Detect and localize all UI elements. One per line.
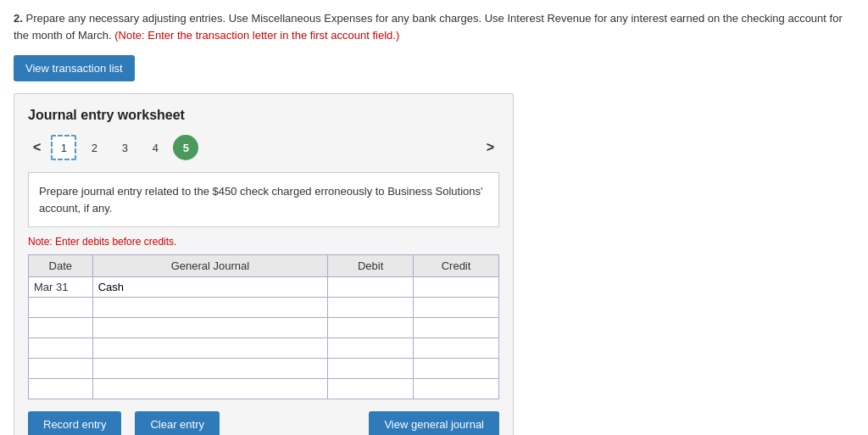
table-row	[29, 298, 499, 318]
table-row	[29, 379, 499, 399]
description-text: Prepare journal entry related to the $45…	[39, 185, 483, 215]
date-cell-6[interactable]	[29, 379, 93, 399]
credit-input-3[interactable]	[419, 321, 493, 334]
header-general-journal: General Journal	[92, 255, 328, 277]
debit-input-1[interactable]	[333, 281, 408, 293]
table-row: Mar 31	[29, 277, 499, 298]
credit-cell-6[interactable]	[414, 379, 499, 399]
header-credit: Credit	[414, 255, 499, 277]
date-input-4[interactable]	[34, 342, 87, 354]
journal-input-1[interactable]	[98, 281, 323, 293]
credit-input-2[interactable]	[419, 301, 493, 314]
debit-input-4[interactable]	[333, 342, 408, 354]
date-cell-2[interactable]	[29, 298, 93, 318]
date-cell-4[interactable]	[29, 338, 93, 359]
debit-cell-1[interactable]	[328, 277, 414, 298]
debit-cell-5[interactable]	[328, 359, 414, 379]
view-transaction-button[interactable]: View transaction list	[14, 55, 135, 81]
credit-cell-4[interactable]	[414, 338, 499, 359]
journal-table: Date General Journal Debit Credit Mar 31	[28, 254, 499, 399]
worksheet-title: Journal entry worksheet	[28, 108, 499, 123]
debit-cell-4[interactable]	[328, 338, 414, 359]
credit-cell-2[interactable]	[414, 298, 499, 318]
credit-cell-3[interactable]	[414, 318, 499, 338]
debit-input-6[interactable]	[333, 382, 408, 395]
credit-input-1[interactable]	[419, 281, 493, 293]
next-page-button[interactable]: >	[481, 138, 499, 157]
pagination: < 1 2 3 4 5 >	[28, 135, 499, 160]
credit-cell-1[interactable]	[414, 277, 499, 298]
clear-entry-button[interactable]: Clear entry	[135, 411, 220, 435]
prev-page-button[interactable]: <	[28, 138, 46, 157]
date-input-6[interactable]	[34, 382, 87, 395]
record-entry-button[interactable]: Record entry	[28, 411, 121, 435]
journal-input-5[interactable]	[98, 362, 323, 375]
debit-cell-2[interactable]	[328, 298, 414, 318]
description-box: Prepare journal entry related to the $45…	[28, 172, 499, 227]
journal-cell-6[interactable]	[92, 379, 328, 399]
date-input-3[interactable]	[34, 321, 87, 334]
button-row: Record entry Clear entry View general jo…	[28, 411, 499, 435]
table-row	[29, 359, 499, 379]
journal-input-4[interactable]	[98, 342, 323, 354]
instruction-red: (Note: Enter the transaction letter in t…	[114, 29, 399, 42]
instruction-text: 2. Prepare any necessary adjusting entri…	[14, 10, 854, 43]
debit-input-2[interactable]	[333, 301, 408, 314]
view-general-journal-button[interactable]: View general journal	[369, 411, 499, 435]
credit-cell-5[interactable]	[414, 359, 499, 379]
journal-cell-3[interactable]	[92, 318, 328, 338]
header-debit: Debit	[328, 255, 414, 277]
journal-input-3[interactable]	[98, 321, 323, 334]
page-3-button[interactable]: 3	[112, 135, 137, 160]
journal-cell-4[interactable]	[92, 338, 328, 359]
debit-cell-3[interactable]	[328, 318, 414, 338]
table-row	[29, 318, 499, 338]
page-2-button[interactable]: 2	[81, 135, 107, 160]
credit-input-5[interactable]	[419, 362, 493, 375]
credit-input-6[interactable]	[419, 382, 493, 395]
table-row	[29, 338, 499, 359]
journal-cell-2[interactable]	[92, 298, 328, 318]
journal-cell-1[interactable]	[92, 277, 328, 298]
worksheet-container: Journal entry worksheet < 1 2 3 4 5 > Pr…	[14, 93, 514, 435]
journal-input-2[interactable]	[98, 301, 323, 314]
date-cell-5[interactable]	[29, 359, 93, 379]
note-text: Note: Enter debits before credits.	[28, 236, 499, 248]
date-input-5[interactable]	[34, 362, 87, 375]
journal-cell-5[interactable]	[92, 359, 328, 379]
header-date: Date	[29, 255, 93, 277]
debit-cell-6[interactable]	[328, 379, 414, 399]
debit-input-5[interactable]	[333, 362, 408, 375]
date-cell-1: Mar 31	[29, 277, 93, 298]
date-input-2[interactable]	[34, 301, 87, 314]
instruction-number: 2.	[14, 12, 23, 25]
page-1-button[interactable]: 1	[51, 135, 76, 160]
debit-input-3[interactable]	[333, 321, 408, 334]
journal-input-6[interactable]	[98, 382, 323, 395]
page-4-button[interactable]: 4	[142, 135, 168, 160]
credit-input-4[interactable]	[419, 342, 493, 354]
date-cell-3[interactable]	[29, 318, 93, 338]
page-5-button[interactable]: 5	[173, 135, 198, 160]
